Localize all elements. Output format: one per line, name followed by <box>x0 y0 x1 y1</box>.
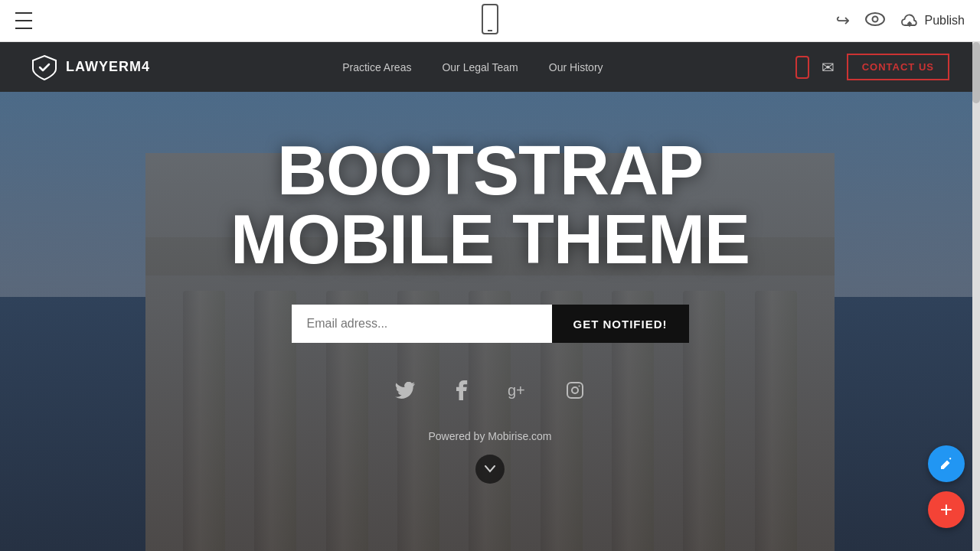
plus-icon: + <box>940 499 952 520</box>
publish-button[interactable]: Publish <box>900 13 965 28</box>
website-preview: LAWYERM4 Practice Areas Our Legal Team O… <box>0 42 980 551</box>
nav-phone-icon[interactable] <box>795 56 809 79</box>
svg-point-2 <box>866 13 884 25</box>
hamburger-line-3 <box>15 28 32 29</box>
svg-point-6 <box>572 387 578 393</box>
scrollbar-thumb[interactable] <box>972 42 980 103</box>
email-input[interactable] <box>292 305 552 343</box>
publish-label: Publish <box>925 14 965 28</box>
hero-content: BOOTSTRAP MOBILE THEME GET NOTIFIED! <box>0 92 980 551</box>
instagram-icon[interactable] <box>558 373 592 407</box>
nav-mail-icon[interactable]: ✉ <box>822 58 835 77</box>
edit-fab-button[interactable] <box>928 445 965 482</box>
site-navbar: LAWYERM4 Practice Areas Our Legal Team O… <box>0 42 980 92</box>
hero-title: BOOTSTRAP MOBILE THEME <box>230 136 750 274</box>
cloud-upload-icon <box>900 13 919 28</box>
scroll-down-button[interactable] <box>475 455 505 484</box>
toolbar: ↩ Publish <box>0 0 980 42</box>
facebook-icon[interactable] <box>445 373 479 407</box>
preview-icon[interactable] <box>865 12 885 30</box>
contact-us-button[interactable]: CONTACT US <box>847 54 949 80</box>
hero-section: LAWYERM4 Practice Areas Our Legal Team O… <box>0 42 980 551</box>
fab-container: + <box>928 445 965 528</box>
nav-legal-team[interactable]: Our Legal Team <box>442 61 518 73</box>
nav-practice-areas[interactable]: Practice Areas <box>342 61 411 73</box>
undo-icon[interactable]: ↩ <box>836 11 850 31</box>
svg-text:g+: g+ <box>508 382 525 399</box>
svg-rect-0 <box>482 5 498 34</box>
nav-our-history[interactable]: Our History <box>549 61 603 73</box>
svg-rect-5 <box>567 383 583 398</box>
site-logo-text: LAWYERM4 <box>66 59 150 75</box>
site-logo: LAWYERM4 <box>31 54 150 81</box>
hamburger-line-2 <box>15 20 32 21</box>
hero-email-row: GET NOTIFIED! <box>292 305 689 343</box>
mobile-view-icon[interactable] <box>481 4 499 34</box>
site-nav-right: ✉ CONTACT US <box>795 54 949 80</box>
toolbar-left <box>15 9 32 32</box>
hero-title-line1: BOOTSTRAP <box>230 136 750 205</box>
toolbar-right: ↩ Publish <box>836 11 965 31</box>
powered-by: Powered by Mobirise.com <box>428 430 551 442</box>
add-fab-button[interactable]: + <box>928 491 965 528</box>
svg-point-7 <box>579 386 580 387</box>
hamburger-menu-button[interactable] <box>15 9 32 32</box>
google-plus-icon[interactable]: g+ <box>501 373 535 407</box>
toolbar-center <box>481 4 499 37</box>
hero-title-line2: MOBILE THEME <box>230 205 750 274</box>
svg-point-3 <box>872 16 877 21</box>
social-icons-row: g+ <box>388 373 592 407</box>
logo-shield-icon <box>31 54 58 81</box>
site-nav-links: Practice Areas Our Legal Team Our Histor… <box>342 61 603 73</box>
hamburger-line-1 <box>15 12 32 14</box>
twitter-icon[interactable] <box>388 373 422 407</box>
get-notified-button[interactable]: GET NOTIFIED! <box>552 305 689 343</box>
scrollbar[interactable] <box>972 42 980 551</box>
